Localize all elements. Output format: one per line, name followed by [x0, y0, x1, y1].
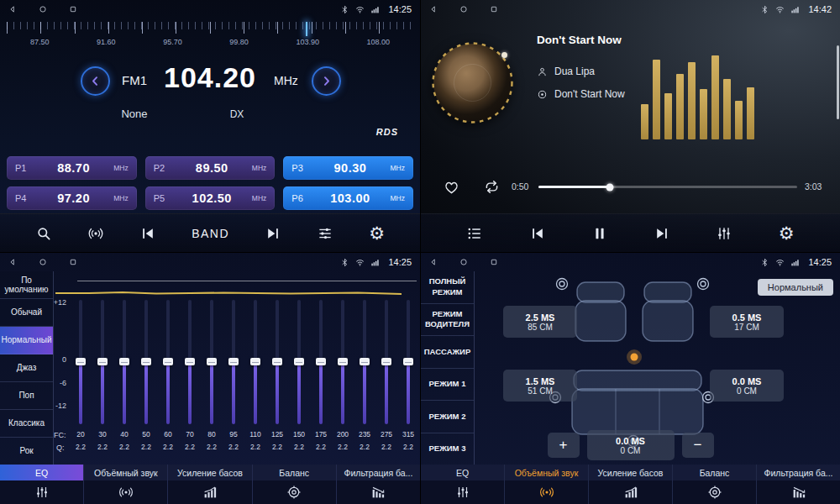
- home-circle-icon[interactable]: [39, 258, 47, 266]
- eq-slider-handle[interactable]: [141, 358, 151, 365]
- audio-tab-eq[interactable]: EQ: [0, 465, 84, 504]
- recents-square-icon[interactable]: [490, 258, 498, 266]
- frequency-scale[interactable]: 87.50 91.60 95.70 99.80 103.90 108.00: [7, 22, 413, 55]
- eq-preset-6[interactable]: Рок: [0, 438, 53, 465]
- audio-tab-subwoofer-filter[interactable]: Фильтрация ба...: [757, 465, 840, 504]
- surround-mode-2[interactable]: ПАССАЖИР: [421, 336, 474, 369]
- back-icon[interactable]: [429, 258, 438, 266]
- home-circle-icon[interactable]: [39, 5, 47, 13]
- surround-mode-3[interactable]: РЕЖИМ 1: [421, 369, 474, 402]
- eq-slider[interactable]: [363, 300, 366, 424]
- surround-mode-1[interactable]: РЕЖИМ ВОДИТЕЛЯ: [421, 304, 474, 337]
- eq-slider[interactable]: [123, 300, 126, 424]
- radio-preset-p2[interactable]: P289.50MHz: [145, 156, 276, 180]
- increase-delay-button[interactable]: +: [548, 433, 580, 458]
- eq-slider[interactable]: [166, 300, 170, 424]
- surround-mode-0[interactable]: ПОЛНЫЙ РЕЖИМ: [421, 271, 474, 304]
- eq-slider-handle[interactable]: [228, 358, 239, 365]
- eq-preset-3[interactable]: Джаз: [0, 354, 53, 382]
- front-left-delay[interactable]: 2.5 MS 85 CM: [503, 306, 577, 338]
- eq-preset-4[interactable]: Поп: [0, 382, 53, 410]
- eq-slider[interactable]: [319, 300, 323, 424]
- decrease-delay-button[interactable]: −: [682, 433, 714, 458]
- tune-up-button[interactable]: [312, 66, 341, 96]
- playlist-icon[interactable]: [466, 225, 483, 242]
- search-icon[interactable]: [35, 225, 52, 242]
- recents-square-icon[interactable]: [490, 5, 498, 13]
- recents-square-icon[interactable]: [69, 258, 77, 266]
- rear-right-delay[interactable]: 0.0 MS 0 CM: [710, 370, 784, 402]
- eq-slider[interactable]: [101, 300, 104, 424]
- next-track-icon[interactable]: [654, 225, 670, 242]
- eq-slider-handle[interactable]: [272, 358, 282, 365]
- eq-slider-handle[interactable]: [360, 358, 370, 365]
- audio-tab-surround-sound[interactable]: Объёмный звук: [84, 465, 168, 504]
- eq-slider[interactable]: [407, 300, 410, 424]
- eq-slider[interactable]: [79, 300, 82, 424]
- back-icon[interactable]: [8, 5, 17, 13]
- audio-tab-bass-boost[interactable]: Усиление басов: [589, 465, 673, 504]
- eq-slider-handle[interactable]: [381, 358, 391, 365]
- audio-tab-balance[interactable]: Баланс: [673, 465, 757, 504]
- tune-down-button[interactable]: [81, 66, 110, 96]
- eq-slider[interactable]: [188, 300, 192, 424]
- eq-slider-handle[interactable]: [294, 358, 304, 365]
- radio-preset-p1[interactable]: P188.70MHz: [7, 156, 137, 180]
- back-icon[interactable]: [429, 5, 438, 13]
- audio-tab-surround-sound[interactable]: Объёмный звук: [505, 465, 589, 504]
- scrollbar[interactable]: [837, 45, 839, 119]
- pause-icon[interactable]: [591, 225, 608, 242]
- audio-tab-subwoofer-filter[interactable]: Фильтрация ба...: [337, 465, 420, 504]
- favorite-heart-icon[interactable]: [443, 178, 460, 199]
- eq-slider[interactable]: [232, 300, 235, 424]
- mixer-faders-icon[interactable]: [716, 225, 732, 242]
- previous-station-icon[interactable]: [139, 225, 156, 242]
- radio-preset-p4[interactable]: P497.20MHz: [7, 186, 137, 210]
- audio-sliders-icon[interactable]: [317, 225, 333, 242]
- radio-preset-p6[interactable]: P6103.00MHz: [283, 186, 413, 210]
- settings-gear-icon[interactable]: ⚙: [779, 224, 795, 242]
- eq-preset-0[interactable]: По умолчанию: [0, 271, 53, 299]
- eq-slider-handle[interactable]: [338, 358, 348, 365]
- eq-slider[interactable]: [210, 300, 213, 424]
- home-circle-icon[interactable]: [459, 5, 468, 13]
- eq-slider[interactable]: [297, 300, 301, 424]
- progress-knob[interactable]: [606, 183, 613, 191]
- eq-slider-handle[interactable]: [163, 358, 173, 365]
- eq-slider[interactable]: [144, 300, 148, 424]
- eq-slider-handle[interactable]: [76, 358, 86, 365]
- eq-slider-handle[interactable]: [185, 358, 195, 365]
- album-art[interactable]: [433, 44, 512, 122]
- radio-broadcast-icon[interactable]: [87, 225, 104, 242]
- recents-square-icon[interactable]: [69, 5, 77, 13]
- back-icon[interactable]: [8, 258, 17, 266]
- eq-preset-1[interactable]: Обычай: [0, 299, 53, 327]
- eq-slider-handle[interactable]: [403, 358, 413, 365]
- audio-tab-eq[interactable]: EQ: [421, 465, 505, 504]
- repeat-icon[interactable]: [483, 178, 501, 199]
- eq-slider[interactable]: [385, 300, 388, 424]
- profile-normal-button[interactable]: Нормальный: [758, 279, 833, 296]
- previous-track-icon[interactable]: [529, 225, 546, 242]
- eq-slider-handle[interactable]: [119, 358, 129, 365]
- rear-left-delay[interactable]: 1.5 MS 51 CM: [503, 370, 577, 402]
- surround-mode-4[interactable]: РЕЖИМ 2: [421, 401, 474, 433]
- eq-slider-handle[interactable]: [250, 358, 260, 365]
- eq-slider[interactable]: [254, 300, 257, 424]
- eq-slider-handle[interactable]: [207, 358, 217, 365]
- surround-mode-5[interactable]: РЕЖИМ 3: [421, 433, 474, 465]
- home-circle-icon[interactable]: [459, 258, 468, 266]
- audio-tab-balance[interactable]: Баланс: [253, 465, 337, 504]
- audio-tab-bass-boost[interactable]: Усиление басов: [168, 465, 252, 504]
- front-right-delay[interactable]: 0.5 MS 17 CM: [710, 306, 784, 338]
- eq-slider[interactable]: [276, 300, 279, 424]
- band-button[interactable]: BAND: [192, 227, 229, 240]
- settings-gear-icon[interactable]: ⚙: [369, 224, 385, 242]
- eq-preset-5[interactable]: Классика: [0, 410, 53, 438]
- eq-slider-handle[interactable]: [316, 358, 326, 365]
- eq-slider-handle[interactable]: [97, 358, 108, 365]
- radio-preset-p3[interactable]: P390.30MHz: [283, 156, 413, 180]
- radio-preset-p5[interactable]: P5102.50MHz: [145, 186, 276, 210]
- eq-slider[interactable]: [341, 300, 344, 424]
- progress-bar[interactable]: [538, 186, 797, 188]
